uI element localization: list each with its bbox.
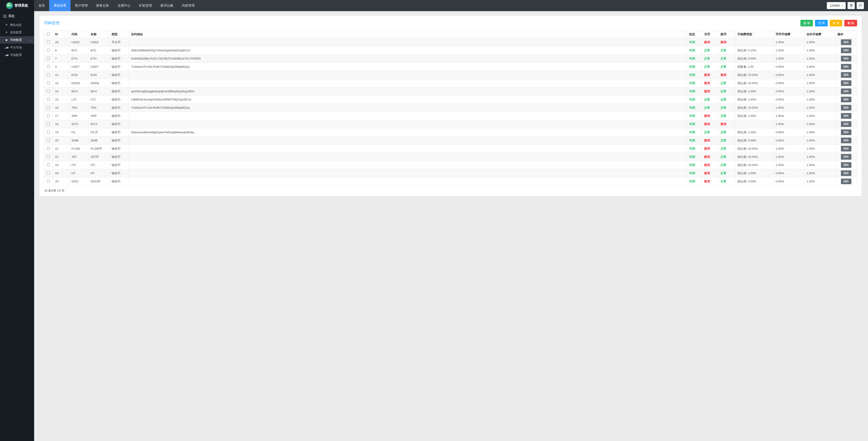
cell-id: 21	[53, 145, 69, 153]
select-all-cell	[44, 31, 53, 38]
cell-type: 钱包币	[109, 71, 129, 79]
nav-item[interactable]: 财务记录	[92, 0, 113, 11]
page-title: 币种管理	[44, 21, 59, 26]
brand: USDZ 管理系统	[0, 0, 34, 11]
nav-item[interactable]: 矿机管理	[135, 0, 156, 11]
chart-icon: ▂▄▆	[5, 46, 8, 48]
select-all-checkbox[interactable]	[47, 33, 50, 35]
cell-type: 钱包币	[109, 177, 129, 185]
row-checkbox[interactable]	[47, 40, 50, 43]
sidebar-item-label: 网站信息	[10, 23, 22, 27]
table-row: 6BTCBTC钱包币3DbUz6WwhRtXgTnN4nrDgXkVaNZvp8…	[44, 46, 434, 55]
row-checkbox[interactable]	[47, 163, 50, 166]
row-check-cell	[44, 128, 53, 136]
cell-id: 15	[53, 96, 69, 104]
row-checkbox[interactable]	[47, 131, 50, 134]
cell-id: 13	[53, 79, 69, 87]
row-checkbox[interactable]	[47, 114, 50, 117]
sidebar-item-gear[interactable]: ⚙网站信息	[0, 21, 34, 29]
row-check-cell	[44, 38, 53, 46]
cell-id: 17	[53, 112, 69, 120]
sidebar-item-coin[interactable]: ◉币种配置›	[0, 36, 34, 44]
gear-icon: ⚙	[5, 31, 8, 34]
cell-name: IOTX	[88, 120, 109, 128]
row-check-cell	[44, 136, 53, 145]
row-checkbox[interactable]	[47, 57, 50, 60]
cell-name: ITC	[88, 161, 109, 169]
table-body: 26USDZUSDZ平台币可用禁用禁用1.00%1.00%编辑6BTCBTC钱包…	[44, 38, 434, 185]
main-content: 币种管理 新 增启 用禁 用删 除 ID代码名称类型合约地址状态充币提币手续费类…	[34, 11, 434, 220]
row-checkbox[interactable]	[47, 139, 50, 142]
cell-code: FIL	[69, 128, 88, 136]
cell-type: 钱包币	[109, 55, 129, 63]
cell-type: 钱包币	[109, 112, 129, 120]
row-checkbox[interactable]	[47, 122, 50, 125]
table-row: 24HTHT钱包币可用禁用正常按比例: 1.00%0.00%1.00%编辑	[44, 169, 434, 177]
cell-code: SHIB	[69, 136, 88, 145]
cell-type: 钱包币	[109, 46, 129, 55]
table-row: 15LTCLTC钱包币LMi8R1E4mrJkjXUhNzuSRWZTBQ33y…	[44, 96, 434, 104]
cell-contract-address: 0x4093b298e7A2F172879b70144096147417F005…	[129, 55, 434, 63]
row-checkbox[interactable]	[47, 98, 50, 101]
nav-item[interactable]: 新币认购	[156, 0, 178, 11]
cell-code: DOGE	[69, 79, 88, 87]
column-header: 名称	[88, 31, 109, 38]
row-checkbox[interactable]	[47, 147, 50, 150]
cell-type: 钱包币	[109, 169, 129, 177]
cell-code: XRP	[69, 112, 88, 120]
cell-code: BCH	[69, 87, 88, 96]
sidebar-item-chart[interactable]: ▂▄▆市场配置	[0, 51, 34, 59]
cell-code: LTC	[69, 96, 88, 104]
gear-icon: ⚙	[5, 24, 8, 26]
cell-contract-address	[129, 153, 434, 161]
table-header-row: ID代码名称类型合约地址状态充币提币手续费类型币币手续费合约手续费操作	[44, 31, 434, 38]
row-checkbox[interactable]	[47, 73, 50, 76]
navbar-menu: 首页系统设置用户管理财务记录交易中心矿机管理新币认购内容管理	[34, 0, 199, 11]
nav-item[interactable]: 用户管理	[70, 0, 92, 11]
cell-code: ETH	[69, 55, 88, 63]
cell-id: 4	[53, 63, 69, 71]
row-checkbox[interactable]	[47, 65, 50, 68]
table-row: 21FLOWFLOW币钱包币可用禁用正常按比例: 10.00%1.00%1.00…	[44, 145, 434, 153]
cell-contract-address: TLWAeeYFn19LPh4K7C8Wk2fpZ89q98Gj2y	[129, 63, 434, 71]
sidebar-section-system[interactable]: 系统	[0, 11, 34, 21]
cell-id: 18	[53, 120, 69, 128]
row-checkbox[interactable]	[47, 106, 50, 109]
sidebar-item-label: 币种配置	[10, 38, 22, 42]
cell-contract-address	[129, 79, 434, 87]
cell-contract-address	[129, 177, 434, 185]
cell-id: 14	[53, 87, 69, 96]
row-check-cell	[44, 55, 53, 63]
sidebar-item-chart[interactable]: ▂▄▆平台市场	[0, 44, 34, 51]
cell-name: BCH	[88, 87, 109, 96]
row-check-cell	[44, 177, 53, 185]
cell-type: 钱包币	[109, 136, 129, 145]
row-check-cell	[44, 63, 53, 71]
nav-item[interactable]: 内容管理	[178, 0, 199, 11]
sidebar-item-label: 市场配置	[10, 53, 22, 57]
row-checkbox[interactable]	[47, 90, 50, 93]
table-row: 20SHIBSHIB钱包币可用禁用正常按比例: 5.00%0.00%1.00%编…	[44, 136, 434, 145]
coin-table: ID代码名称类型合约地址状态充币提币手续费类型币币手续费合约手续费操作 26US…	[44, 30, 434, 185]
top-navbar: USDZ 管理系统 首页系统设置用户管理财务记录交易中心矿机管理新币认购内容管理…	[0, 0, 434, 11]
row-checkbox[interactable]	[47, 171, 50, 174]
nav-item[interactable]: 交易中心	[113, 0, 135, 11]
row-checkbox[interactable]	[47, 180, 50, 183]
table-row: 22JSTJST币钱包币可用禁用正常按比例: 10.00%1.00%1.00%编…	[44, 153, 434, 161]
row-checkbox[interactable]	[47, 81, 50, 84]
coin-icon: ◉	[5, 39, 8, 41]
cell-contract-address: qzkf2fxnq9pnygkkdhqhj6ue0895rq0lry83zgz9…	[129, 87, 434, 96]
row-checkbox[interactable]	[47, 49, 50, 52]
cell-type: 钱包币	[109, 104, 129, 112]
cell-name: BTC	[88, 46, 109, 55]
nav-item[interactable]: 系统设置	[49, 0, 70, 11]
cell-type: 钱包币	[109, 79, 129, 87]
column-header: 合约地址	[129, 31, 434, 38]
cell-code: USDZ	[69, 38, 88, 46]
table-row: 4USDTUSDT钱包币TLWAeeYFn19LPh4K7C8Wk2fpZ89q…	[44, 63, 434, 71]
column-header: 代码	[69, 31, 88, 38]
row-checkbox[interactable]	[47, 155, 50, 158]
cell-name: USDT	[88, 63, 109, 71]
sidebar-item-gear[interactable]: ⚙系统配置	[0, 29, 34, 36]
nav-item[interactable]: 首页	[34, 0, 49, 11]
